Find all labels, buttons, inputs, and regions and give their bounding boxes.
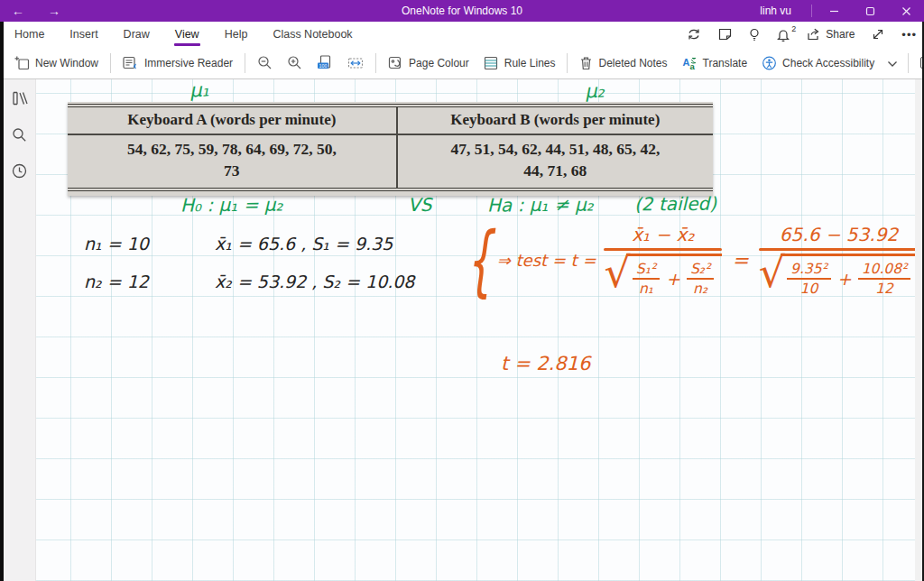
plus-sign: + (837, 269, 852, 289)
notebooks-icon (11, 90, 28, 106)
ink-mu2-label: μ₂ (584, 79, 605, 102)
share-label: Share (826, 28, 855, 41)
immersive-reader-icon (123, 56, 139, 70)
keyboard-data-table: Keyboard A (words per minute) Keyboard B… (68, 104, 713, 191)
toolbar-divider (567, 53, 568, 73)
back-icon[interactable]: ← (0, 4, 36, 18)
ink-n1: n₁ = 10 (84, 234, 149, 254)
fullscreen-button[interactable] (872, 28, 884, 41)
chevron-down-icon (887, 60, 898, 68)
page-width-icon (347, 56, 364, 70)
ink-t-test-equation: { ⇒ test = t = x̄₁ − x̄₂ √ S₁² n₁ + S₂² … (467, 224, 924, 297)
ink-null-hypothesis: H₀ : μ₁ = μ₂ (180, 194, 283, 217)
toolbar-divider (245, 53, 245, 73)
translate-button[interactable]: A a Translate (675, 51, 755, 75)
keyboard-a-values: 54, 62, 75, 59, 78, 64, 69, 72, 50, 73 (68, 134, 397, 189)
s1-over-n1: S₁² n₁ (633, 261, 660, 297)
zoom-in-button[interactable] (280, 51, 310, 75)
deleted-notes-button[interactable]: Deleted Notes (572, 51, 674, 75)
minimize-icon (829, 6, 839, 16)
ideas-button[interactable] (749, 28, 760, 42)
page-colour-button[interactable]: Page Colour (381, 51, 476, 75)
more-options-button[interactable]: ••• (901, 28, 917, 42)
notifications-button[interactable]: 2 (777, 28, 790, 42)
ribbon-overflow-button[interactable] (882, 51, 903, 76)
zoom-out-button[interactable] (250, 51, 280, 75)
deleted-notes-label: Deleted Notes (598, 57, 667, 69)
numeric-radical: √ 9.35² 10 + 10.08² 12 (759, 254, 919, 297)
left-sidebar (4, 79, 36, 581)
vertical-scrollbar[interactable] (915, 79, 922, 581)
equation-lead: ⇒ test = t = (497, 251, 596, 270)
ink-n2: n₂ = 12 (84, 272, 149, 291)
toolbar-divider (110, 53, 111, 73)
bell-icon (777, 28, 790, 42)
minimize-button[interactable] (816, 0, 852, 22)
close-icon (901, 6, 911, 16)
notification-badge: 2 (791, 24, 796, 33)
keyboard-a-header: Keyboard A (words per minute) (68, 106, 397, 134)
tab-draw[interactable]: Draw (111, 22, 162, 47)
table-row: 54, 62, 75, 59, 78, 64, 69, 72, 50, 73 4… (68, 134, 713, 189)
zoom-in-icon (287, 55, 302, 70)
formula-radical: √ S₁² n₁ + S₂² n₂ (604, 254, 722, 297)
tab-help[interactable]: Help (212, 22, 261, 47)
ink-xbar2-s2: x̄₂ = 53.92 , S₂ = 10.08 (215, 272, 414, 291)
brace-glyph: { (466, 226, 493, 295)
lightbulb-icon (749, 28, 760, 42)
close-button[interactable] (888, 0, 924, 22)
view-ribbon: New Window Immersive Reader 100 (0, 47, 924, 79)
restore-icon (865, 6, 875, 16)
accessibility-icon (762, 56, 777, 70)
user-name: linh vu (760, 5, 791, 17)
page-colour-icon (388, 56, 403, 70)
trash-icon (579, 56, 593, 70)
ink-vs: VS (408, 194, 432, 216)
tab-view[interactable]: View (162, 22, 212, 47)
scanned-table-image: Keyboard A (words per minute) Keyboard B… (68, 102, 713, 196)
immersive-reader-button[interactable]: Immersive Reader (116, 51, 240, 75)
tab-home[interactable]: Home (2, 22, 57, 47)
ink-xbar1-s1: x̄₁ = 65.6 , S₁ = 9.35 (215, 234, 393, 254)
forward-icon[interactable]: → (36, 4, 72, 18)
note-canvas[interactable]: μ₁ μ₂ Keyboard A (words per minute) Keyb… (36, 79, 915, 581)
svg-text:100: 100 (319, 63, 328, 69)
sync-button[interactable] (687, 28, 701, 41)
rule-lines-icon (484, 56, 499, 70)
t-statistic-formula: x̄₁ − x̄₂ √ S₁² n₁ + S₂² n₂ (604, 224, 722, 297)
1008sq-over-12: 10.08² 12 (858, 261, 911, 297)
svg-text:A: A (682, 56, 689, 67)
recent-notes-button[interactable] (12, 163, 27, 179)
new-window-icon (14, 56, 30, 70)
new-window-button[interactable]: New Window (7, 51, 106, 75)
new-window-label: New Window (35, 57, 98, 69)
toolbar-divider (908, 53, 909, 73)
notebooks-button[interactable] (11, 90, 28, 106)
keyboard-b-values: 47, 51, 54, 62, 44, 51, 48, 65, 42, 44, … (397, 134, 713, 189)
935sq-over-10: 9.35² 10 (787, 261, 831, 297)
zoom-100-button[interactable]: 100 (310, 51, 340, 75)
sticky-note-icon (718, 28, 732, 41)
check-accessibility-button[interactable]: Check Accessibility (754, 51, 882, 75)
zoom-out-icon (257, 55, 273, 70)
s2-over-n2: S₂² n₂ (687, 261, 714, 297)
keyboard-b-header: Keyboard B (words per minute) (397, 106, 713, 134)
numeric-numerator: 65.6 − 53.92 (769, 224, 909, 248)
plus-sign: + (666, 269, 680, 289)
restore-button[interactable] (852, 0, 888, 22)
page-colour-label: Page Colour (409, 57, 469, 69)
tab-class-notebook[interactable]: Class Notebook (260, 22, 365, 47)
share-icon (807, 28, 821, 41)
table-header-row: Keyboard A (words per minute) Keyboard B… (68, 106, 713, 134)
ink-alt-hypothesis: Ha : μ₁ ≠ μ₂ (487, 193, 594, 216)
feed-button[interactable] (718, 28, 732, 41)
rule-lines-label: Rule Lines (504, 57, 556, 69)
tab-insert[interactable]: Insert (57, 22, 110, 47)
search-button[interactable] (12, 127, 27, 143)
toolbar-divider (375, 53, 376, 73)
share-button[interactable]: Share (807, 28, 855, 41)
clock-icon (12, 163, 27, 179)
rule-lines-button[interactable]: Rule Lines (476, 51, 563, 75)
t-statistic-numeric: 65.6 − 53.92 √ 9.35² 10 + 10.08² 12 (759, 224, 919, 297)
page-width-button[interactable] (340, 51, 371, 75)
